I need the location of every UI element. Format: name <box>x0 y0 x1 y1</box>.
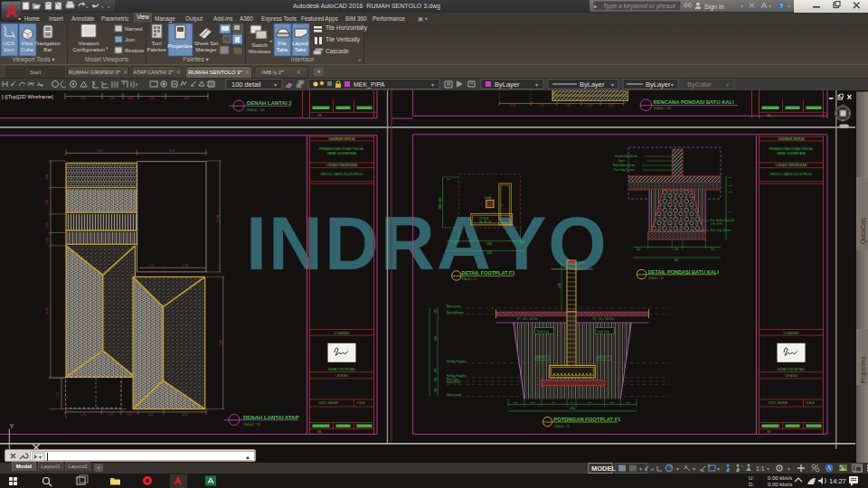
svg-text:?: ? <box>779 3 783 9</box>
svg-text:478: 478 <box>521 241 525 245</box>
svg-text:Sheet Set: Sheet Set <box>194 41 219 46</box>
svg-text:600: 600 <box>570 401 574 404</box>
svg-text:POTONGAN FOOTPLAT F1: POTONGAN FOOTPLAT F1 <box>553 417 621 422</box>
svg-text:DIGAMBAR: DIGAMBAR <box>783 332 799 335</box>
svg-text:0.00: 0.00 <box>452 241 458 245</box>
svg-text:▾: ▾ <box>611 82 614 88</box>
svg-text:MODEL: MODEL <box>591 465 617 473</box>
svg-text:Configuration: Configuration <box>72 47 105 52</box>
svg-text:600: 600 <box>588 401 592 404</box>
svg-text:1:1: 1:1 <box>756 465 765 472</box>
svg-text:ByLayer: ByLayer <box>646 80 671 89</box>
svg-text:SKALA 1 : 25: SKALA 1 : 25 <box>648 277 664 280</box>
svg-text:Viewport: Viewport <box>78 41 99 46</box>
svg-text:± 0.00: ± 0.00 <box>579 261 586 265</box>
svg-text:Pasir Urug 100 mm: Pasir Urug 100 mm <box>711 229 731 232</box>
svg-text:Pondasi Footplat: Pondasi Footplat <box>447 360 466 363</box>
svg-text:LOKASI PEKERJAAN: LOKASI PEKERJAAN <box>776 164 807 167</box>
svg-text:▾: ▾ <box>431 82 434 88</box>
svg-text:Tanah Urug: Tanah Urug <box>537 330 550 333</box>
svg-text:±300: ±300 <box>558 283 561 288</box>
svg-text:▾: ▾ <box>535 82 538 88</box>
svg-text:Join: Join <box>125 37 135 42</box>
svg-text:CATATAN: CATATAN <box>335 374 349 378</box>
svg-text:100 detail: 100 detail <box>231 80 261 89</box>
svg-text:KB: KB <box>768 430 771 434</box>
svg-text:SKALA: SKALA <box>807 401 815 405</box>
svg-text:INDRA YOGI SETIADI: INDRA YOGI SETIADI <box>778 368 805 371</box>
svg-text:QuickCalc: QuickCalc <box>860 217 867 244</box>
svg-text:Restore: Restore <box>125 48 145 53</box>
svg-text:KB: KB <box>318 114 322 117</box>
svg-text:KB: KB <box>318 430 322 434</box>
svg-text:SKALA 1 : 25: SKALA 1 : 25 <box>462 277 477 281</box>
svg-text:Sign In: Sign In <box>704 4 724 11</box>
svg-text:JUDUL GAMBAR: JUDUL GAMBAR <box>319 401 339 405</box>
svg-text:1.76: 1.76 <box>80 413 86 417</box>
svg-text:DIGAMBAR: DIGAMBAR <box>334 332 350 335</box>
svg-text:4.50: 4.50 <box>184 97 189 100</box>
svg-text:4.00: 4.00 <box>182 413 187 417</box>
svg-text:RENCANA PONDASI BATU KALI: RENCANA PONDASI BATU KALI <box>654 99 735 105</box>
svg-text:187 : 200 + 300 500: 187 : 200 + 300 500 <box>592 317 614 321</box>
svg-text:4.00: 4.00 <box>169 149 175 153</box>
svg-text:600: 600 <box>552 401 556 404</box>
svg-text:1600: 1600 <box>434 336 438 342</box>
svg-text:PEMBANGUNAN RUMAH TINGGAL: PEMBANGUNAN RUMAH TINGGAL <box>769 147 814 151</box>
svg-text:INDRA YOGI SETIADI: INDRA YOGI SETIADI <box>328 368 355 371</box>
svg-text:1P. 4D16: 1P. 4D16 <box>479 217 489 221</box>
svg-text:2.00: 2.00 <box>183 264 188 267</box>
svg-text:DETAIL PONDASI BATU KALI: DETAIL PONDASI BATU KALI <box>648 269 719 275</box>
svg-text:Properties: Properties <box>167 43 192 49</box>
svg-text:CATATAN: CATATAN <box>785 374 798 378</box>
svg-text:8.00: 8.00 <box>127 97 133 100</box>
svg-text:Icon: Icon <box>4 47 14 52</box>
svg-text:Cube: Cube <box>21 47 34 52</box>
svg-text:1.80: 1.80 <box>587 104 592 108</box>
svg-text:KB: KB <box>768 114 771 117</box>
svg-text:Switch: Switch <box>251 42 268 48</box>
svg-text:BAPAK SUSIHARTANA: BAPAK SUSIHARTANA <box>777 152 806 155</box>
svg-text:Navigation: Navigation <box>35 41 61 46</box>
svg-text:2.40: 2.40 <box>565 104 571 108</box>
svg-text:SKALA 1 : 25: SKALA 1 : 25 <box>554 425 570 428</box>
svg-text:2.20: 2.20 <box>609 104 614 108</box>
svg-text:SKALA 1 : 200: SKALA 1 : 200 <box>247 108 265 112</box>
svg-text:Spesi: Spesi <box>618 159 625 163</box>
svg-text:▾: ▾ <box>741 4 743 9</box>
svg-text:SKALA 1 : 200: SKALA 1 : 200 <box>654 107 672 110</box>
svg-text:14.55: 14.55 <box>45 307 49 314</box>
svg-text:Muka Halaman: Muka Halaman <box>447 311 464 314</box>
svg-text:▾: ▾ <box>769 4 771 9</box>
svg-text:SENTOLO, WATES, KULON PROGO: SENTOLO, WATES, KULON PROGO <box>321 173 364 176</box>
svg-text:SKALA 1 : 200: SKALA 1 : 200 <box>243 423 261 427</box>
svg-text:Tile Vertically: Tile Vertically <box>326 36 361 43</box>
svg-text:GAMBAR KERJA: GAMBAR KERJA <box>778 137 805 141</box>
svg-text:187 : 200 + 300 500: 187 : 200 + 300 500 <box>516 317 538 321</box>
svg-text:Tabs: Tabs <box>295 47 307 52</box>
svg-text:▲: ▲ <box>245 455 250 460</box>
svg-text:▸: ▸ <box>270 38 273 43</box>
svg-text:View: View <box>22 41 34 46</box>
svg-text:▾: ▾ <box>717 466 720 472</box>
svg-text:Bar: Bar <box>43 47 52 52</box>
svg-text:500: 500 <box>434 368 438 372</box>
svg-text:▾: ▾ <box>767 466 769 472</box>
svg-text:15.04: 15.04 <box>219 340 222 347</box>
svg-text:1436: 1436 <box>486 242 493 246</box>
svg-text:2.29: 2.29 <box>45 222 49 228</box>
svg-text:1.50: 1.50 <box>148 264 154 267</box>
svg-text:DENAH LANTAI ATAP: DENAH LANTAI ATAP <box>243 415 298 420</box>
svg-text:1000: 1000 <box>530 401 535 404</box>
svg-text:File: File <box>278 41 287 46</box>
svg-text:Tool: Tool <box>151 41 161 46</box>
svg-text:3.04: 3.04 <box>45 174 49 180</box>
svg-text:1.95: 1.95 <box>45 238 49 243</box>
svg-text:3.20: 3.20 <box>45 200 49 205</box>
svg-text:ByLayer: ByLayer <box>495 80 520 89</box>
svg-text:900: 900 <box>675 258 679 262</box>
svg-text:Layout: Layout <box>292 41 308 46</box>
svg-text:MEK_PIPA: MEK_PIPA <box>354 81 385 89</box>
svg-text:▾: ▾ <box>693 466 695 472</box>
svg-text:LOKASI PEKERJAAN: LOKASI PEKERJAAN <box>326 164 358 167</box>
